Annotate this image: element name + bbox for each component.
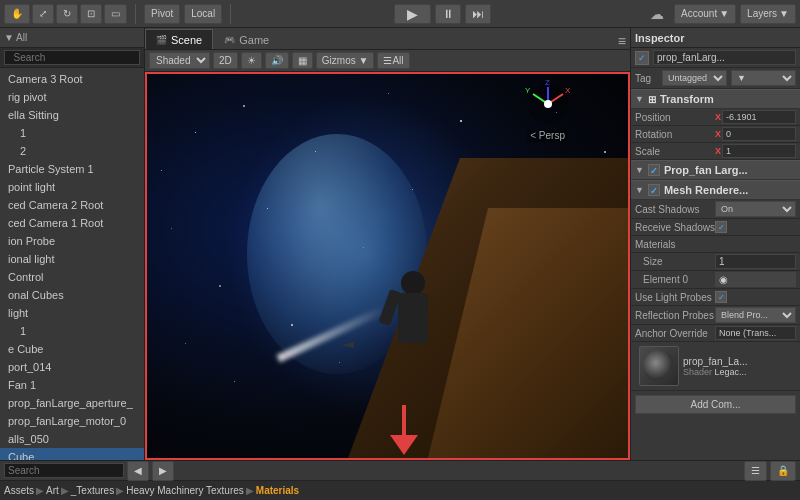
- bottom-forward-btn[interactable]: ▶: [152, 461, 174, 481]
- inspector-panel: Inspector ✓ Tag Untagged ▼ ▼ ⊞: [630, 28, 800, 460]
- bottom-back-btn[interactable]: ◀: [127, 461, 149, 481]
- size-value[interactable]: 1: [715, 254, 796, 269]
- play-btn[interactable]: ▶: [394, 4, 431, 24]
- list-item[interactable]: ced Camera 1 Root: [0, 214, 144, 232]
- transform-icon: ⊞: [648, 94, 656, 105]
- add-component-btn[interactable]: Add Com...: [635, 395, 796, 414]
- list-item[interactable]: port_014: [0, 358, 144, 376]
- scale-tool-btn[interactable]: ⊡: [80, 4, 102, 24]
- list-item[interactable]: ced Camera 2 Root: [0, 196, 144, 214]
- position-label: Position: [635, 112, 715, 123]
- audio-btn[interactable]: 🔊: [265, 52, 289, 69]
- scale-x-value[interactable]: 1: [722, 144, 796, 158]
- tab-options-btn[interactable]: ≡: [614, 33, 630, 49]
- cast-shadows-select[interactable]: On Off Two Sided Shadows Only: [715, 201, 796, 217]
- mesh-renderer-checkbox[interactable]: [648, 184, 660, 196]
- 2d-btn[interactable]: 2D: [213, 52, 238, 69]
- material-name: prop_fan_La...: [683, 356, 796, 367]
- layer-select[interactable]: ▼: [731, 70, 796, 86]
- hierarchy-title: ▼ All: [4, 32, 27, 43]
- scale-row: Scale X 1: [631, 143, 800, 160]
- list-item[interactable]: Control: [0, 268, 144, 286]
- breadcrumb-materials[interactable]: Materials: [256, 485, 299, 496]
- hand-tool-btn[interactable]: ✋: [4, 4, 30, 24]
- tab-scene[interactable]: 🎬 Scene: [145, 29, 213, 49]
- transform-header[interactable]: ▼ ⊞ Transform: [631, 89, 800, 109]
- element0-value[interactable]: ◉: [715, 272, 796, 287]
- list-item[interactable]: alls_050: [0, 430, 144, 448]
- main-layout: ▼ All Camera 3 Root rig pivot ella Sitti…: [0, 28, 800, 460]
- list-item[interactable]: rig pivot: [0, 88, 144, 106]
- prop-fan-header[interactable]: ▼ Prop_fan Larg...: [631, 160, 800, 180]
- size-label: Size: [635, 256, 715, 267]
- obj-name-input[interactable]: [653, 50, 796, 65]
- size-row: Size 1: [631, 253, 800, 271]
- game-tab-icon: 🎮: [224, 35, 235, 45]
- bottom-view-btn[interactable]: ☰: [744, 461, 767, 481]
- receive-shadows-label: Receive Shadows: [635, 222, 715, 233]
- rotate-tool-btn[interactable]: ↻: [56, 4, 78, 24]
- shader-value: Legac...: [715, 367, 747, 377]
- breadcrumb-assets[interactable]: Assets: [4, 485, 34, 496]
- breadcrumb-heavy[interactable]: Heavy Machinery Textures: [126, 485, 244, 496]
- scale-xyz: X 1: [715, 144, 796, 158]
- pause-btn[interactable]: ⏸: [435, 4, 461, 24]
- prop-fan-arrow: ▼: [635, 165, 644, 175]
- list-item[interactable]: 1: [0, 322, 144, 340]
- svg-point-8: [643, 350, 675, 382]
- scale-label: Scale: [635, 146, 715, 157]
- breadcrumb-bar: Assets ▶ Art ▶ _Textures ▶ Heavy Machine…: [0, 481, 800, 500]
- all-btn[interactable]: ☰All: [377, 52, 409, 69]
- persp-label: < Persp: [527, 129, 568, 142]
- list-item[interactable]: Camera 3 Root: [0, 70, 144, 88]
- pivot-btn[interactable]: Pivot: [144, 4, 180, 24]
- breadcrumb-sep-3: ▶: [116, 485, 124, 496]
- breadcrumb-textures[interactable]: _Textures: [71, 485, 114, 496]
- local-btn[interactable]: Local: [184, 4, 222, 24]
- list-item[interactable]: Particle System 1: [0, 160, 144, 178]
- anchor-override-value[interactable]: None (Trans...: [715, 326, 796, 340]
- receive-shadows-checkbox[interactable]: ✓: [715, 221, 727, 233]
- reflection-probes-select[interactable]: Blend Pro...: [715, 307, 796, 323]
- rotation-label: Rotation: [635, 129, 715, 140]
- light-btn[interactable]: ☀: [241, 52, 262, 69]
- list-item[interactable]: e Cube: [0, 340, 144, 358]
- list-item[interactable]: 2: [0, 142, 144, 160]
- inspector-header: Inspector: [631, 28, 800, 48]
- bottom-search-input[interactable]: [4, 463, 124, 478]
- tag-select[interactable]: Untagged: [662, 70, 727, 86]
- mesh-renderer-header[interactable]: ▼ Mesh Rendere...: [631, 180, 800, 200]
- obj-active-checkbox[interactable]: ✓: [635, 51, 649, 65]
- list-item-cube[interactable]: Cube: [0, 448, 144, 460]
- list-item[interactable]: prop_fanLarge_motor_0: [0, 412, 144, 430]
- prop-fan-checkbox[interactable]: [648, 164, 660, 176]
- list-item[interactable]: onal Cubes: [0, 286, 144, 304]
- list-item[interactable]: point light: [0, 178, 144, 196]
- layers-btn[interactable]: Layers ▼: [740, 4, 796, 24]
- rotation-x-prefix: X: [715, 129, 721, 139]
- hierarchy-search-input[interactable]: [4, 50, 140, 65]
- step-btn[interactable]: ⏭: [465, 4, 491, 24]
- list-item[interactable]: 1: [0, 124, 144, 142]
- list-item[interactable]: ion Probe: [0, 232, 144, 250]
- list-item[interactable]: ella Sitting: [0, 106, 144, 124]
- list-item[interactable]: Fan 1: [0, 376, 144, 394]
- shaded-select[interactable]: Shaded: [149, 52, 210, 69]
- rect-tool-btn[interactable]: ▭: [104, 4, 127, 24]
- tab-game[interactable]: 🎮 Game: [213, 29, 280, 49]
- image-btn[interactable]: ▦: [292, 52, 313, 69]
- position-x-value[interactable]: -6.1901: [722, 110, 796, 124]
- list-item[interactable]: light: [0, 304, 144, 322]
- bottom-lock-btn[interactable]: 🔒: [770, 461, 796, 481]
- rotation-x-value[interactable]: 0: [722, 127, 796, 141]
- hierarchy-panel: ▼ All Camera 3 Root rig pivot ella Sitti…: [0, 28, 145, 460]
- list-item[interactable]: ional light: [0, 250, 144, 268]
- move-tool-btn[interactable]: ⤢: [32, 4, 54, 24]
- account-btn[interactable]: Account ▼: [674, 4, 736, 24]
- use-light-probes-checkbox[interactable]: ✓: [715, 291, 727, 303]
- inspector-body: ✓ Tag Untagged ▼ ▼ ⊞ Transform: [631, 48, 800, 460]
- breadcrumb-sep-4: ▶: [246, 485, 254, 496]
- gizmos-btn[interactable]: Gizmos ▼: [316, 52, 375, 69]
- breadcrumb-art[interactable]: Art: [46, 485, 59, 496]
- list-item[interactable]: prop_fanLarge_aperture_: [0, 394, 144, 412]
